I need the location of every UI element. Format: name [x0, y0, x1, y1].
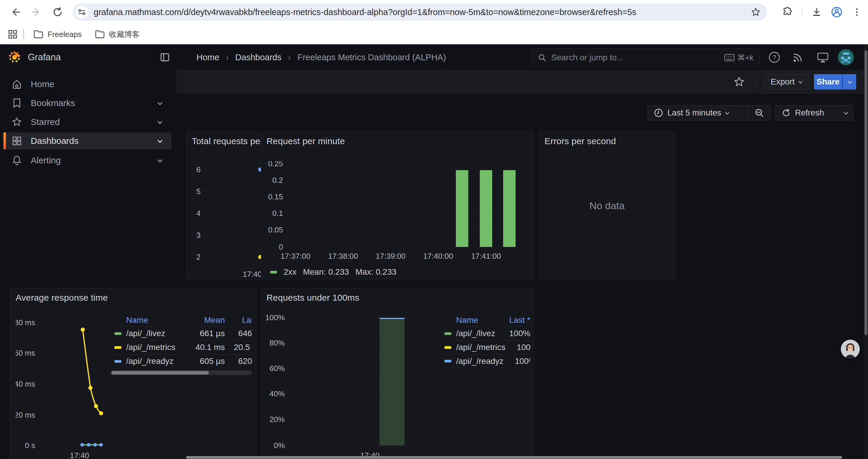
- sidebar-item-bookmarks[interactable]: Bookmarks: [2, 95, 172, 112]
- extensions-icon[interactable]: [782, 7, 793, 18]
- sidebar-collapse-icon[interactable]: [159, 52, 170, 63]
- sidebar-item-alerting[interactable]: Alerting: [2, 152, 172, 169]
- search-input[interactable]: [551, 53, 720, 62]
- user-avatar[interactable]: [836, 44, 856, 70]
- series-color-swatch: [114, 332, 121, 335]
- panel-title[interactable]: Average response time: [16, 293, 108, 303]
- breadcrumb-home[interactable]: Home: [196, 53, 219, 62]
- svg-text:6: 6: [196, 165, 200, 174]
- legend-row[interactable]: /api/_/livez 100%: [440, 326, 530, 340]
- sidebar-item-dashboards[interactable]: Dashboards: [2, 132, 172, 150]
- scrollbar-thumb[interactable]: [864, 50, 867, 335]
- legend-row[interactable]: /api/_/metrics 40.1 ms 20.5 ms: [110, 340, 252, 354]
- sidebar-item-label: Home: [31, 79, 172, 89]
- horizontal-scrollbar-thumb[interactable]: [186, 456, 842, 459]
- svg-text:80 ms: 80 ms: [16, 318, 35, 327]
- svg-text:4: 4: [196, 209, 200, 218]
- series-color-swatch: [444, 346, 452, 349]
- bell-icon: [11, 155, 23, 166]
- back-icon[interactable]: [7, 4, 23, 20]
- column-mean[interactable]: Mean: [181, 316, 225, 325]
- address-bar[interactable]: [73, 4, 767, 21]
- folder-icon: [33, 30, 43, 39]
- apps-grid-icon[interactable]: [8, 29, 18, 39]
- downloads-icon[interactable]: [811, 7, 822, 18]
- legend-header: Name Last *: [440, 314, 530, 326]
- column-name[interactable]: Name: [456, 316, 498, 325]
- legend-row[interactable]: /api/_/metrics 100%: [440, 340, 530, 354]
- bookmark-folder-freeleaps[interactable]: Freeleaps: [29, 28, 86, 41]
- page-scrollbar[interactable]: [864, 44, 868, 459]
- legend-inline[interactable]: 2xx Mean: 0.233 Max: 0.233: [270, 267, 397, 277]
- export-button[interactable]: Export: [764, 74, 809, 90]
- bookmark-star-icon[interactable]: [751, 7, 761, 17]
- refresh-button[interactable]: Refresh: [776, 105, 838, 120]
- browser-actions: [782, 0, 862, 24]
- reload-icon[interactable]: [50, 4, 66, 20]
- breadcrumb: Home › Dashboards › Freeleaps Metrics Da…: [196, 44, 446, 70]
- legend-row[interactable]: /api/_/livez 661 µs 646 µs: [110, 326, 252, 340]
- panel-title[interactable]: Requests under 100ms: [267, 293, 359, 303]
- search-shortcut: ⌘+k: [724, 53, 753, 62]
- legend-row[interactable]: /api/_/readyz 605 µs 620 µs: [110, 354, 252, 368]
- sidebar-item-home[interactable]: Home: [2, 76, 172, 93]
- column-last[interactable]: Last *: [225, 316, 252, 325]
- share-dropdown-button[interactable]: [843, 74, 856, 90]
- url-input[interactable]: [94, 7, 751, 17]
- bookmark-icon: [11, 98, 23, 108]
- grafana-logo-icon[interactable]: [8, 51, 21, 64]
- svg-text:2: 2: [196, 253, 200, 261]
- bookmarks-divider: [23, 29, 24, 40]
- help-icon[interactable]: ?: [765, 44, 784, 70]
- sidebar-item-starred[interactable]: Starred: [2, 113, 172, 131]
- chevron-down-icon[interactable]: [157, 100, 162, 105]
- favorite-star-icon[interactable]: [733, 76, 745, 88]
- forward-icon[interactable]: [28, 4, 44, 20]
- column-name[interactable]: Name: [126, 316, 181, 325]
- svg-text:60 ms: 60 ms: [16, 349, 35, 357]
- refresh-interval-button[interactable]: [838, 105, 853, 120]
- breadcrumb-dashboards[interactable]: Dashboards: [235, 53, 281, 62]
- series-color-swatch: [444, 360, 452, 362]
- clock-icon: [654, 108, 663, 118]
- svg-text:80%: 80%: [270, 338, 285, 347]
- profile-icon[interactable]: [831, 6, 843, 18]
- dashboards-grid-icon: [11, 136, 23, 146]
- home-icon: [11, 79, 23, 90]
- bookmarks-bar: Freeleaps 收藏博客: [0, 24, 868, 44]
- svg-text:40 ms: 40 ms: [16, 380, 35, 388]
- chevron-down-icon: [848, 79, 852, 84]
- request-per-minute-chart: 0.25 0.2 0.15 0.1 0.05 0 17:37:00 17:38:…: [266, 161, 532, 262]
- chevron-down-icon[interactable]: [157, 157, 162, 162]
- chevron-down-icon: [725, 110, 729, 114]
- chevron-down-icon[interactable]: [157, 119, 162, 124]
- site-info-icon[interactable]: [75, 6, 88, 19]
- star-icon: [11, 117, 23, 127]
- svg-text:0.25: 0.25: [268, 161, 283, 168]
- column-last[interactable]: Last *: [498, 316, 530, 325]
- grafana-brand[interactable]: Grafana: [28, 52, 61, 63]
- grafana-app: Grafana Home › Dashboards › Freeleaps Me…: [0, 44, 868, 459]
- webcam-avatar[interactable]: [841, 340, 860, 359]
- panel-title[interactable]: Request per minute: [267, 136, 345, 146]
- svg-text:17:40:00: 17:40:00: [423, 252, 453, 261]
- legend-scrollbar[interactable]: [110, 370, 252, 375]
- chevron-down-icon: [844, 110, 848, 114]
- zoom-out-button[interactable]: [748, 105, 770, 120]
- time-range-button[interactable]: Last 5 minutes: [648, 105, 748, 120]
- sidebar-item-label: Starred: [31, 117, 158, 127]
- refresh-icon: [781, 108, 791, 118]
- legend-table: Name Mean Last * /api/_/livez 661 µs 646…: [110, 314, 252, 375]
- chevron-down-icon[interactable]: [157, 138, 162, 143]
- svg-text:17:40: 17:40: [70, 451, 89, 459]
- bookmark-folder-blogs[interactable]: 收藏博客: [91, 27, 144, 42]
- rss-news-icon[interactable]: [788, 44, 808, 70]
- monitor-icon[interactable]: [813, 44, 833, 70]
- no-data-message: No data: [539, 132, 675, 279]
- active-item-accent: [4, 132, 6, 150]
- share-button[interactable]: Share: [814, 74, 842, 90]
- search-bar[interactable]: ⌘+k: [531, 48, 760, 67]
- menu-icon[interactable]: [851, 7, 862, 18]
- toolbar-divider: [802, 7, 802, 17]
- legend-row[interactable]: /api/_/readyz 100%: [440, 354, 530, 368]
